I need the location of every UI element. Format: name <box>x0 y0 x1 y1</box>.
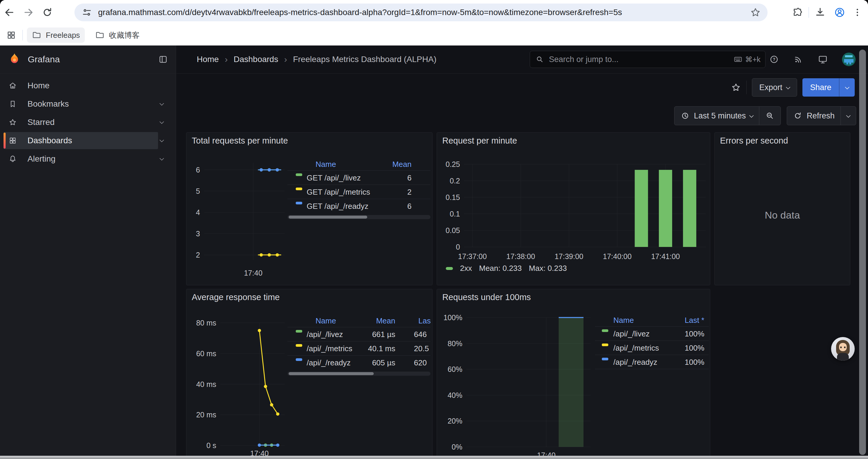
horizontal-scrollbar[interactable] <box>0 456 868 459</box>
reload-button[interactable] <box>38 3 57 22</box>
legend-col-name[interactable]: Name <box>315 316 336 326</box>
sidebar-item-bookmarks[interactable]: Bookmarks <box>0 95 176 113</box>
breadcrumb-separator: › <box>225 54 228 64</box>
assistant-avatar[interactable] <box>831 337 855 361</box>
chevron-down-icon <box>160 156 163 162</box>
legend-col[interactable]: Last * <box>418 316 430 326</box>
legend-row[interactable]: /api/_/livez661 µs646 <box>287 327 430 341</box>
series-name: 2xx <box>460 264 472 273</box>
sidebar-item-dashboards[interactable]: Dashboards <box>0 131 176 150</box>
legend-row[interactable]: GET /api/_/readyz6 <box>287 199 430 213</box>
legend-col-name[interactable]: Name <box>613 316 634 325</box>
search-shortcut: ⌘+k <box>733 55 761 64</box>
legend-table[interactable]: NameLast */api/_/livez100%/api/_/metrics… <box>595 314 709 369</box>
vertical-scrollbar[interactable] <box>859 50 866 455</box>
bookmark-folder-freeleaps[interactable]: Freeleaps <box>27 28 85 43</box>
chevron-down-icon <box>786 85 790 90</box>
refresh-button[interactable]: Refresh <box>787 107 840 125</box>
legend-row[interactable]: /api/_/readyz100% <box>595 355 709 369</box>
series-name: GET /api/_/livez <box>307 173 361 183</box>
panel-title[interactable]: Requests under 100ms <box>442 292 531 302</box>
panel-requests-under-100ms: Requests under 100ms 100%80%60%40%20%0%1… <box>437 289 710 459</box>
legend-scrollbar[interactable] <box>287 371 430 376</box>
export-button[interactable]: Export <box>752 78 797 97</box>
monitor-icon[interactable] <box>817 54 829 65</box>
favorite-star-button[interactable] <box>731 83 741 93</box>
legend-table[interactable]: NameMeanLast */api/_/livez661 µs646/api/… <box>287 314 430 376</box>
svg-text:0.1: 0.1 <box>450 210 460 218</box>
help-icon[interactable]: ? <box>769 54 779 65</box>
header-icons: ? <box>769 45 856 73</box>
legend-col-name[interactable]: Name <box>315 160 336 169</box>
svg-text:40 ms: 40 ms <box>196 380 216 388</box>
panel-title[interactable]: Errors per second <box>720 136 788 145</box>
legend-col[interactable]: Mean <box>376 316 395 326</box>
legend-row[interactable]: /api/_/livez100% <box>595 326 709 340</box>
legend-scrollbar[interactable] <box>287 215 430 219</box>
panel-title[interactable]: Request per minute <box>442 136 517 145</box>
kebab-menu-icon <box>852 7 863 18</box>
extensions-button[interactable] <box>789 3 806 22</box>
legend-col[interactable]: Mean <box>392 160 411 169</box>
svg-text:0.05: 0.05 <box>445 226 460 234</box>
bookmark-icon <box>8 100 17 108</box>
legend-row[interactable]: /api/_/readyz605 µs620 <box>287 355 430 369</box>
legend-table[interactable]: NameMeanGET /api/_/livez6GET /api/_/metr… <box>287 157 430 219</box>
grafana-logo[interactable] <box>8 53 21 66</box>
news-rss-icon[interactable] <box>793 54 804 65</box>
series-value: 620 <box>414 358 427 367</box>
share-button[interactable]: Share <box>802 78 839 97</box>
search-bar[interactable]: ⌘+k <box>530 51 766 68</box>
zoom-out-button[interactable] <box>759 107 780 125</box>
share-dropdown-button[interactable] <box>839 78 855 97</box>
bookmark-folder-blogs[interactable]: 收藏博客 <box>90 28 145 43</box>
search-icon <box>535 55 544 64</box>
time-range-button[interactable]: Last 5 minutes <box>675 107 759 125</box>
series-swatch <box>296 188 302 190</box>
site-controls-icon[interactable] <box>81 6 93 18</box>
legend-col[interactable]: Last * <box>685 316 705 325</box>
time-controls: Last 5 minutes Refresh <box>176 102 856 130</box>
svg-text:?: ? <box>773 57 776 62</box>
url-bar[interactable]: grafana.mathmast.com/d/deytv4rwavabkb/fr… <box>74 4 768 21</box>
share-button-group[interactable]: Share <box>802 78 855 97</box>
panel-title[interactable]: Total requests per minute <box>192 136 288 145</box>
apps-button[interactable] <box>0 26 23 44</box>
bookmark-star-icon[interactable] <box>750 7 761 18</box>
url-text[interactable]: grafana.mathmast.com/d/deytv4rwavabkb/fr… <box>98 8 750 17</box>
series-swatch <box>602 343 608 346</box>
sidebar-item-label: Starred <box>28 118 55 127</box>
downloads-button[interactable] <box>812 3 829 22</box>
breadcrumb-dashboards[interactable]: Dashboards <box>234 55 278 64</box>
svg-text:0: 0 <box>456 243 460 251</box>
sidebar-item-starred[interactable]: Starred <box>0 113 176 131</box>
no-data-message: No data <box>715 209 850 221</box>
profile-button[interactable] <box>831 3 848 22</box>
panel-title[interactable]: Average response time <box>192 292 280 302</box>
refresh-interval-button[interactable] <box>840 107 856 125</box>
chevron-down-icon <box>749 113 754 118</box>
legend-row[interactable]: /api/_/metrics100% <box>595 340 709 355</box>
svg-text:5: 5 <box>196 187 200 195</box>
sidebar-item-alerting[interactable]: Alerting <box>0 150 176 168</box>
series-swatch <box>296 358 302 361</box>
svg-text:100%: 100% <box>443 314 462 322</box>
chevron-down-icon <box>160 120 163 125</box>
search-input[interactable] <box>548 55 733 64</box>
back-arrow-icon <box>3 6 16 19</box>
browser-menu-button[interactable] <box>851 3 864 22</box>
breadcrumb-home[interactable]: Home <box>197 55 219 64</box>
home-icon <box>8 81 17 90</box>
user-avatar[interactable] <box>842 53 856 66</box>
legend-row[interactable]: GET /api/_/metrics2 <box>287 185 430 199</box>
series-max: Max: 0.233 <box>529 264 567 273</box>
time-range-group: Last 5 minutes <box>674 106 781 125</box>
legend-row[interactable]: /api/_/metrics40.1 ms20.5 ms <box>287 341 430 355</box>
legend-inline[interactable]: 2xx Mean: 0.233 Max: 0.233 <box>446 264 567 273</box>
sidebar-item-home[interactable]: Home <box>0 76 176 95</box>
forward-button[interactable] <box>19 3 38 22</box>
dock-sidebar-button[interactable] <box>158 54 168 64</box>
svg-text:17:38:00: 17:38:00 <box>506 252 535 261</box>
legend-row[interactable]: GET /api/_/livez6 <box>287 170 430 185</box>
back-button[interactable] <box>0 3 19 22</box>
